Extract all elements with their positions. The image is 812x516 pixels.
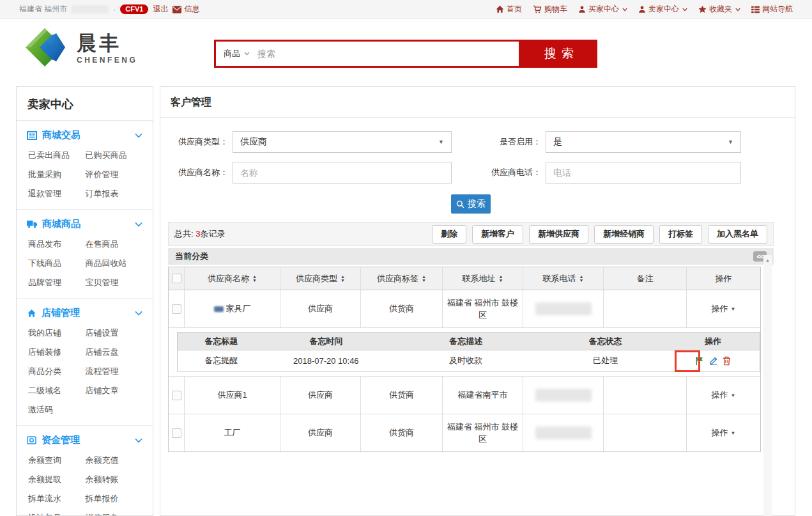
redacted-phone [535,426,592,439]
note-cell [604,290,687,327]
search-input[interactable] [255,42,519,66]
logo[interactable]: 晨丰 CHENFENG [23,27,137,70]
sidebar-item-sold-goods[interactable]: 已卖出商品 [28,150,86,161]
nav-cart-label: 购物车 [544,4,567,15]
select-all-checkbox[interactable] [172,274,181,283]
row-action-dropdown[interactable]: 操作▼ [712,427,736,439]
sidebar-item-onsale-goods[interactable]: 在售商品 [86,238,143,250]
sort-icon[interactable]: ▲▼ [579,275,584,282]
supplier-tag-cell: 供货商 [361,414,443,451]
row-action-dropdown[interactable]: 操作▼ [712,303,736,315]
chevron-down-icon[interactable] [135,133,142,138]
sidebar-item-refund-management[interactable]: 退款管理 [28,188,86,199]
sidebar-item-design-monthly[interactable]: 设计包月 [28,512,86,516]
sidebar-section-header[interactable]: 商城交易 [27,129,142,141]
add-supplier-button[interactable]: 新增供应商 [529,225,588,244]
chevron-down-icon [682,8,687,12]
summary-prefix: 总共: [174,229,194,238]
chevron-down-icon[interactable] [135,438,142,443]
chevron-down-icon[interactable] [135,222,142,227]
supplier-phone-input[interactable] [553,168,733,178]
sidebar-item-balance-withdraw[interactable]: 余额提取 [28,474,86,485]
sidebar-item-goods-recycle-bin[interactable]: 商品回收站 [86,258,143,269]
sidebar-item-split-order-flow[interactable]: 拆单流水 [28,493,86,504]
sidebar-item-value-added-services[interactable]: 增值服务 [86,512,143,516]
sidebar-item-balance-inquiry[interactable]: 余额查询 [28,455,86,466]
sidebar-item-bulk-purchase[interactable]: 批量采购 [28,169,86,180]
sidebar-item-shop-articles[interactable]: 店铺文章 [86,385,143,396]
table-scrollbar[interactable]: ▲ [763,255,772,516]
global-search: 商品 搜索 [214,40,597,68]
sidebar-links: 已卖出商品 已购买商品 批量采购 评价管理 退款管理 订单报表 [28,150,142,199]
message-link[interactable]: 信息 [172,4,199,15]
sidebar-item-subdomain[interactable]: 二级域名 [28,385,86,396]
filter-label: 是否启用： [486,136,541,148]
add-customer-button[interactable]: 新增客户 [472,225,523,244]
sidebar-item-split-order-quote[interactable]: 拆单报价 [86,493,143,504]
sort-icon[interactable]: ▲▼ [341,275,345,282]
row-checkbox[interactable] [172,304,181,314]
search-category-select[interactable]: 商品 [216,48,255,59]
chevron-down-icon[interactable] [135,311,142,316]
sort-icon[interactable]: ▲▼ [252,275,257,282]
flag-icon[interactable] [695,356,705,366]
sidebar-item-balance-transfer[interactable]: 余额转账 [86,474,143,485]
action-cell: 操作▼ [687,290,760,327]
sidebar-item-shop-cloud-disk[interactable]: 店铺云盘 [86,347,143,358]
sort-icon[interactable]: ▲▼ [422,275,426,282]
supplier-tag-cell: 供货商 [361,377,443,414]
scroll-up-arrow[interactable]: ▲ [763,255,772,263]
col-label: 备注 [637,273,654,285]
sidebar-item-shop-decoration[interactable]: 店铺装修 [28,347,86,358]
filter-supplier-phone: 供应商电话： [486,162,795,184]
sidebar-item-balance-recharge[interactable]: 余额充值 [86,455,143,466]
sidebar-item-publish-goods[interactable]: 商品发布 [28,238,86,250]
sidebar-item-goods-category[interactable]: 商品分类 [28,366,86,377]
nav-seller-center[interactable]: 卖家中心 [638,4,687,15]
sidebar-item-item-management[interactable]: 宝贝管理 [86,277,143,288]
supplier-phone-field [546,162,741,184]
nav-buyer-center[interactable]: 买家中心 [578,4,627,15]
nav-home[interactable]: 首页 [496,4,522,15]
delete-button[interactable]: 删除 [432,225,466,244]
sidebar-item-review-management[interactable]: 评价管理 [86,169,143,180]
sidebar-item-shop-settings[interactable]: 店铺设置 [86,327,143,339]
enabled-select[interactable]: 是 ▼ [546,131,741,153]
supplier-name-input[interactable] [240,168,444,178]
sort-icon[interactable]: ▲▼ [499,275,503,282]
phone-cell [523,377,604,414]
sidebar-item-order-report[interactable]: 订单报表 [86,188,143,199]
blacklist-button[interactable]: 加入黑名单 [708,225,767,244]
sidebar-item-my-shop[interactable]: 我的店铺 [28,327,86,339]
sidebar-item-activation-code[interactable]: 激活码 [28,404,86,416]
row-checkbox[interactable] [172,391,181,400]
note-cell [604,377,687,414]
sidebar-item-offline-goods[interactable]: 下线商品 [28,258,86,269]
sidebar-item-brand-management[interactable]: 品牌管理 [28,277,86,288]
chevron-down-icon [622,8,627,12]
logout-link[interactable]: 退出 [153,4,168,15]
nav-home-label: 首页 [507,4,522,15]
sidebar-section-header[interactable]: 店铺管理 [27,307,142,319]
add-dealer-button[interactable]: 新增经销商 [594,225,654,244]
edit-icon[interactable] [709,356,718,365]
memo-title: 备忘提醒 [178,355,265,366]
trash-icon[interactable] [723,356,731,366]
nav-cart[interactable]: 购物车 [533,4,567,15]
filter-search-button[interactable]: 搜索 [451,194,491,214]
row-action-dropdown[interactable]: 操作▼ [712,389,736,401]
search-button[interactable]: 搜索 [521,40,597,68]
sidebar-section-header[interactable]: 资金管理 [27,434,142,446]
sidebar-links: 我的店铺 店铺设置 店铺装修 店铺云盘 商品分类 流程管理 二级域名 店铺文章 … [28,327,142,416]
tag-button[interactable]: 打标签 [659,225,702,244]
nav-favorites[interactable]: 收藏夹 [698,4,740,15]
supplier-type-select[interactable]: 供应商 ▼ [233,131,452,153]
sidebar-section-header[interactable]: 商城商品 [27,218,142,230]
grid-list-icon [751,6,760,13]
category-bar-label: 当前分类 [175,251,208,262]
sidebar-section-title: 商城商品 [42,218,80,230]
nav-sitemap[interactable]: 网站导航 [751,4,793,15]
row-checkbox[interactable] [172,428,181,438]
sidebar-item-purchased-goods[interactable]: 已购买商品 [86,150,143,161]
sidebar-item-process-management[interactable]: 流程管理 [86,366,143,377]
